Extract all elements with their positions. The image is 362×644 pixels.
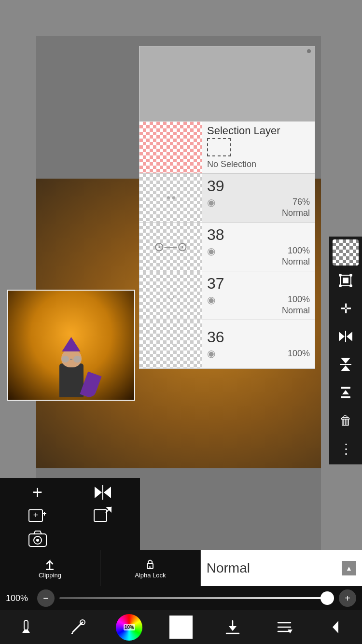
layer-info-selection: Selection Layer No Selection — [202, 122, 315, 173]
back-button[interactable] — [319, 613, 353, 642]
opacity-minus-button[interactable]: − — [37, 589, 55, 607]
layer-opacity-row-39: ◉ 76% — [207, 196, 310, 208]
layer-number-38: 38 — [207, 227, 310, 242]
layer-thumb-39: • • — [139, 174, 202, 222]
layer-preview-dot — [307, 49, 311, 53]
layer-thumb-37: ◡ — [139, 271, 202, 320]
svg-marker-9 — [341, 358, 350, 364]
svg-marker-15 — [95, 487, 102, 498]
no-selection-area: No Selection — [207, 138, 310, 169]
layer-thumb-selection — [139, 122, 202, 173]
clipping-label: Clipping — [39, 572, 61, 579]
layers-button[interactable] — [267, 613, 301, 642]
svg-marker-6 — [339, 332, 345, 341]
transform-button[interactable] — [333, 267, 359, 294]
layer-row-38[interactable]: ⊙—⊙ 38 ◉ 100% Normal — [139, 222, 315, 271]
opacity-value-label: 100% — [6, 593, 32, 603]
layer-opacity-row-37: ◉ 100% — [207, 294, 310, 306]
layer-thumb-glasses-icon: ⊙—⊙ — [154, 239, 188, 254]
svg-marker-14 — [342, 390, 349, 394]
color-picker-button[interactable] — [61, 613, 95, 642]
layer-number-36: 36 — [207, 329, 310, 345]
layer-thumb-38: ⊙—⊙ — [139, 223, 202, 271]
foreground-swatch — [169, 616, 193, 639]
layer-opacity-38: 100% — [288, 246, 310, 256]
eye-icon-39: ◉ — [207, 196, 215, 208]
checker-pattern-button[interactable] — [333, 239, 359, 266]
layer-preview-top — [139, 46, 315, 121]
flip-vertical-button[interactable] — [333, 351, 359, 378]
opacity-plus-button[interactable]: + — [339, 589, 356, 607]
blend-bar: Clipping α Alpha Lock Normal ▲ — [0, 550, 362, 586]
svg-point-3 — [349, 274, 352, 277]
selection-dashed-box — [207, 138, 231, 156]
layer-thumb-36: · · — [139, 320, 202, 368]
move-button[interactable]: ✛ — [333, 295, 359, 322]
layer-info-36: 36 ◉ 100% — [202, 320, 315, 368]
color-wheel-button[interactable]: 10% — [112, 613, 146, 642]
svg-marker-28 — [34, 531, 42, 534]
flip-layer-button[interactable] — [71, 482, 134, 503]
download-button[interactable] — [216, 613, 250, 642]
svg-marker-11 — [341, 365, 350, 371]
blend-mode-arrow[interactable]: ▲ — [342, 561, 356, 575]
svg-rect-32 — [24, 620, 28, 630]
svg-point-27 — [36, 539, 39, 542]
blend-mode-selector[interactable]: Normal ▲ — [201, 550, 362, 586]
clipping-button[interactable]: Clipping — [0, 550, 100, 586]
opacity-slider[interactable] — [59, 597, 334, 599]
layer-info-37: 37 ◉ 100% Normal — [202, 271, 315, 320]
more-options-button[interactable]: ⋮ — [333, 435, 359, 462]
opacity-bar: 100% − + — [0, 586, 362, 610]
right-toolbar: ✛ 🗑 ⋮ — [329, 237, 362, 464]
export-button[interactable] — [71, 505, 134, 526]
layer-opacity-39: 76% — [292, 197, 310, 207]
layer-opacity-36: 100% — [288, 349, 310, 359]
add-layer-icon: + — [32, 482, 42, 503]
alpha-lock-label: Alpha Lock — [135, 572, 166, 579]
blend-mode-label: Normal — [207, 560, 250, 576]
layer-row-37[interactable]: ◡ 37 ◉ 100% Normal — [139, 271, 315, 320]
svg-marker-33 — [22, 630, 30, 633]
layers-panel: Selection Layer No Selection • • 39 ◉ 76… — [139, 46, 315, 369]
layer-info-38: 38 ◉ 100% Normal — [202, 223, 315, 271]
eye-icon-37: ◉ — [207, 294, 215, 306]
svg-rect-1 — [343, 278, 348, 283]
svg-text:α: α — [149, 564, 152, 569]
foreground-color-button[interactable] — [164, 613, 198, 642]
alpha-lock-button[interactable]: α Alpha Lock — [100, 550, 201, 586]
svg-marker-8 — [347, 332, 352, 341]
layer-row-36[interactable]: · · 36 ◉ 100% — [139, 320, 315, 368]
svg-text:+: + — [33, 510, 38, 520]
layer-blend-37: Normal — [207, 306, 310, 316]
layer-opacity-row-36: ◉ 100% — [207, 348, 310, 359]
tools-button[interactable] — [9, 613, 43, 642]
svg-marker-17 — [104, 487, 111, 498]
layer-thumb-eye-icon: ◡ — [167, 291, 174, 300]
svg-marker-38 — [229, 626, 237, 631]
color-wheel-label: 10% — [124, 624, 135, 630]
opacity-slider-thumb[interactable] — [320, 591, 334, 605]
layer-row-39[interactable]: • • 39 ◉ 76% Normal — [139, 173, 315, 222]
art-preview — [7, 290, 135, 401]
no-selection-label: No Selection — [207, 159, 256, 169]
camera-button[interactable] — [6, 528, 69, 549]
svg-rect-29 — [46, 569, 54, 570]
layer-opacity-row-38: ◉ 100% — [207, 245, 310, 257]
layer-blend-38: Normal — [207, 257, 310, 267]
bottom-nav: 10% — [0, 610, 362, 644]
add-layer-button[interactable]: + — [6, 482, 69, 503]
layer-thumb-dots-icon: • • — [167, 191, 175, 205]
layer-row-selection[interactable]: Selection Layer No Selection — [139, 121, 315, 173]
layer-thumb-small-dots: · · — [168, 340, 174, 348]
layer-opacity-37: 100% — [288, 294, 310, 305]
layer-number-37: 37 — [207, 276, 310, 291]
delete-button[interactable]: 🗑 — [333, 407, 359, 434]
layer-blend-39: Normal — [207, 208, 310, 218]
merge-down-button[interactable] — [333, 379, 359, 406]
svg-rect-12 — [341, 387, 350, 389]
add-group-button[interactable]: + — [6, 505, 69, 526]
eye-icon-36: ◉ — [207, 348, 215, 359]
flip-horizontal-button[interactable] — [333, 323, 359, 350]
eye-icon-38: ◉ — [207, 245, 215, 257]
